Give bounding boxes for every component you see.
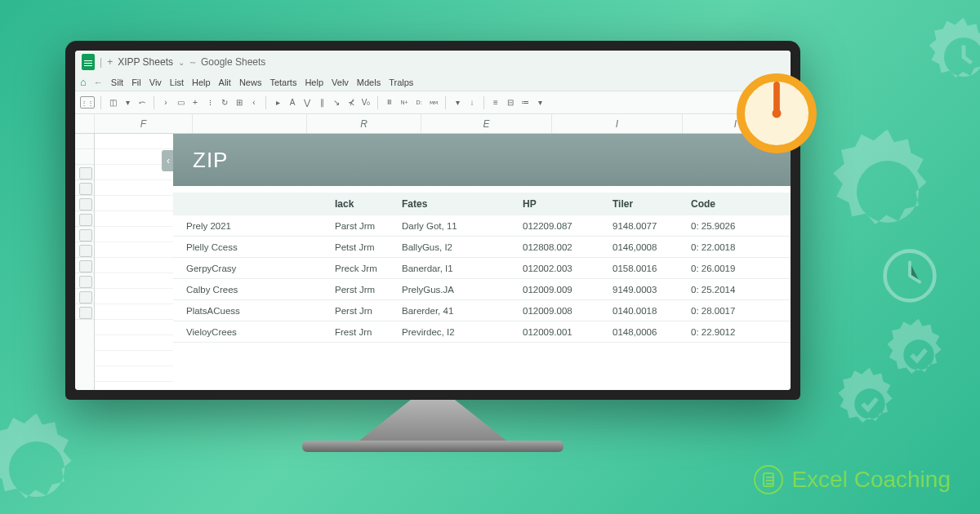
cell[interactable]: Perst Jrn (327, 306, 394, 316)
row-group-icon[interactable] (75, 180, 94, 196)
col-header[interactable] (193, 114, 307, 133)
cell[interactable]: PlatsACuess (178, 306, 327, 316)
cell[interactable]: VieloyCrees (178, 327, 327, 337)
menu-item[interactable]: Help (188, 76, 215, 89)
tool-icon[interactable]: ⊟ (505, 97, 516, 109)
menu-item[interactable]: List (166, 76, 188, 89)
table-row[interactable]: VieloyCreesFrest JrnPrevirdec, I2012009.… (173, 321, 791, 343)
row-group-icon[interactable] (75, 258, 94, 273)
cell[interactable]: Perst Jrm (327, 285, 394, 295)
col-header[interactable]: R (307, 114, 421, 133)
tool-icon[interactable]: ⫶ (204, 97, 216, 109)
tool-icon[interactable]: ▸ (272, 97, 283, 109)
chevron-down-icon[interactable]: ⌄ (178, 58, 185, 67)
tool-icon[interactable]: ⊀ (345, 97, 357, 109)
cell[interactable]: 0140.0018 (604, 306, 683, 316)
cell[interactable]: 9148.0077 (604, 221, 683, 231)
menu-item[interactable]: Velv (327, 76, 353, 89)
tool-icon[interactable]: Ⅲ (384, 97, 395, 109)
cell[interactable]: Calby Crees (178, 285, 327, 295)
cell[interactable]: 0: 22.9012 (683, 327, 773, 337)
tool-icon[interactable]: ▾ (122, 97, 133, 109)
menu-item[interactable]: Tetarts (265, 76, 301, 89)
tool-icon[interactable]: V₀ (360, 97, 372, 109)
home-icon[interactable]: ⌂ (80, 76, 87, 88)
cell[interactable]: Darly Got, 11 (394, 221, 514, 231)
cell[interactable]: 0148,0006 (604, 327, 683, 337)
cell[interactable]: Preck Jrm (327, 264, 394, 273)
cell[interactable]: 012009.008 (514, 306, 604, 316)
tool-icon[interactable]: › (160, 97, 172, 109)
cell[interactable]: Frest Jrn (327, 327, 394, 337)
cells-area[interactable]: ‹ ZIP IackFatesHPTilerCode Prely 2021Par… (95, 134, 791, 390)
row-group-icon[interactable] (75, 196, 94, 211)
tool-icon[interactable]: N+ (399, 97, 410, 109)
cell[interactable]: 0146,0008 (604, 242, 683, 252)
table-row[interactable]: Plelly CcessPetst JrmBallyGus, I2012808.… (173, 237, 791, 258)
cell[interactable]: Barerder, 41 (394, 306, 514, 316)
tool-icon[interactable]: ‹ (248, 97, 260, 109)
row-group-icon[interactable] (75, 165, 94, 180)
cell[interactable]: 0: 25.9026 (683, 221, 773, 231)
tool-icon[interactable]: ⤺ (136, 97, 148, 109)
tool-icon[interactable]: ∥ (316, 97, 327, 109)
cell[interactable]: 012009.009 (514, 285, 604, 295)
tool-icon[interactable]: ᴍᴍ (428, 97, 439, 109)
cell[interactable]: BallyGus, I2 (394, 242, 514, 252)
menu-item[interactable]: Alit (215, 76, 235, 89)
table-row[interactable]: GerpyCrasyPreck JrmBanerdar, I1012002.00… (173, 258, 791, 279)
col-header[interactable]: I (552, 114, 683, 133)
tool-icon[interactable]: ◫ (107, 97, 118, 109)
tool-icon[interactable]: ▾ (534, 97, 546, 109)
tool-icon[interactable]: ⊞ (234, 97, 245, 109)
tool-icon[interactable]: + (189, 97, 201, 109)
cell[interactable]: 0158.0016 (604, 264, 683, 273)
tool-icon[interactable]: ≔ (519, 97, 531, 109)
cell[interactable]: 012009.001 (514, 327, 604, 337)
menu-item[interactable]: Viv (145, 76, 166, 89)
tool-icon[interactable]: ≡ (490, 97, 501, 109)
tool-box[interactable]: ⋮⋮ (80, 96, 95, 109)
cell[interactable]: Plelly Ccess (178, 242, 327, 252)
tool-icon[interactable]: ↻ (219, 97, 230, 109)
tool-icon[interactable]: ↓ (466, 97, 478, 109)
cell[interactable]: 0: 28.0017 (683, 306, 773, 316)
row-group-icon[interactable] (75, 289, 94, 304)
row-group-icon[interactable] (75, 242, 94, 258)
tool-icon[interactable]: ↘ (331, 97, 342, 109)
cell[interactable]: 012808.002 (514, 242, 604, 252)
menu-item[interactable]: Fil (127, 76, 145, 89)
cell[interactable]: GerpyCrasy (178, 264, 327, 273)
cell[interactable]: 0: 25.2014 (683, 285, 773, 295)
row-group-icon[interactable] (75, 304, 94, 320)
tool-icon[interactable]: ▾ (452, 97, 463, 109)
menu-item[interactable]: Mdels (353, 76, 385, 89)
cell[interactable]: 0: 26.0019 (683, 264, 773, 273)
cell[interactable]: Prely 2021 (178, 221, 327, 231)
menu-item[interactable]: Silt (107, 76, 127, 89)
cell[interactable]: Banerdar, I1 (394, 264, 514, 273)
tool-icon[interactable]: ⋁ (301, 97, 313, 109)
tool-icon[interactable]: ▭ (175, 97, 186, 109)
cell[interactable]: Parst Jrm (327, 221, 394, 231)
menu-item[interactable]: Tralps (385, 76, 417, 89)
cell[interactable]: 9149.0003 (604, 285, 683, 295)
row-group-icon[interactable] (75, 273, 94, 289)
cell[interactable]: 012209.087 (514, 221, 604, 231)
row-group-icon[interactable] (75, 227, 94, 242)
menu-item[interactable]: Help (301, 76, 327, 89)
cell[interactable]: PrelyGus.JA (394, 285, 514, 295)
doc-title[interactable]: XIPP Sheets (118, 56, 173, 68)
table-row[interactable]: Prely 2021Parst JrmDarly Got, 11012209.0… (173, 215, 791, 237)
cell[interactable]: 0: 22.0018 (683, 242, 773, 252)
table-row[interactable]: Calby CreesPerst JrmPrelyGus.JA012009.00… (173, 279, 791, 300)
tool-icon[interactable]: A (287, 97, 298, 109)
col-header[interactable]: E (421, 114, 552, 133)
cell[interactable]: 012002.003 (514, 264, 604, 273)
tool-icon[interactable]: D: (413, 97, 425, 109)
cell[interactable]: Petst Jrm (327, 242, 394, 252)
plus-icon[interactable]: + (107, 56, 113, 68)
col-header[interactable]: F (95, 114, 193, 133)
table-row[interactable]: PlatsACuessPerst JrnBarerder, 41012009.0… (173, 300, 791, 321)
back-icon[interactable]: ← (91, 78, 105, 87)
